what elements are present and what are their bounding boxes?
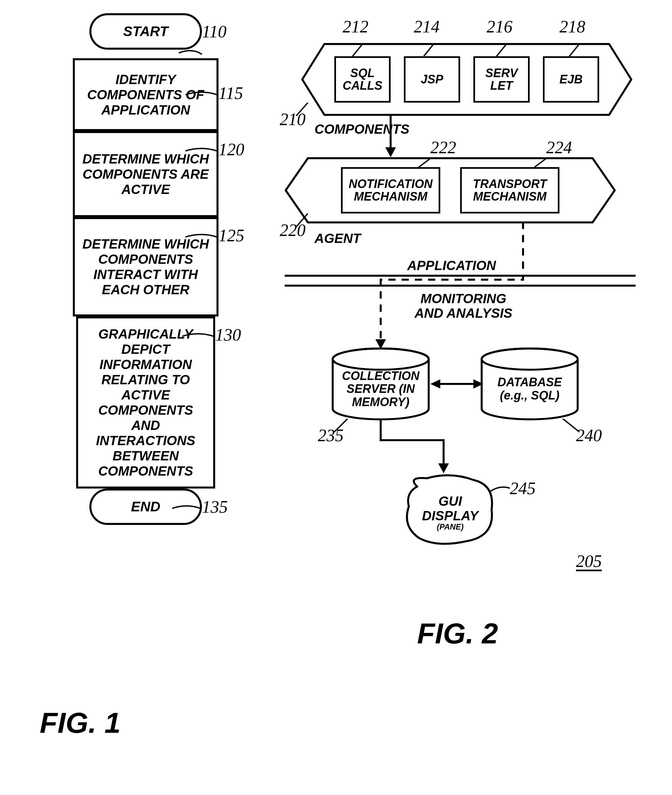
sql-calls-box: SQL CALLS — [334, 56, 390, 102]
svg-marker-21 — [474, 379, 483, 389]
lead-line-235 — [331, 419, 364, 435]
ref-205: 205 — [576, 553, 602, 570]
step4-text: GRAPHICALLY DEPICT INFORMATION RELATING … — [84, 326, 207, 478]
end-label: END — [131, 500, 160, 513]
figure-1-flowchart: START 110 IDENTIFY COMPONENTS OF APPLICA… — [33, 13, 258, 525]
svg-marker-7 — [385, 147, 396, 157]
jsp-box: JSP — [404, 56, 460, 102]
arrow-components-to-agent — [381, 116, 400, 159]
servlet-label: SERV LET — [478, 67, 525, 92]
ejb-label: EJB — [560, 73, 582, 86]
lead-line-120 — [186, 144, 225, 158]
lead-line-135 — [172, 502, 212, 515]
ref-218: 218 — [560, 18, 585, 35]
figure-1-caption: FIG. 1 — [40, 708, 121, 737]
components-band: SQL CALLS JSP SERV LET EJB — [301, 43, 632, 116]
lead-line-115 — [186, 88, 225, 101]
svg-line-5 — [296, 102, 308, 116]
ref-214: 214 — [414, 18, 440, 35]
ref-216: 216 — [486, 18, 512, 35]
agent-band: NOTIFICATION MECHANISM TRANSPORT MECHANI… — [285, 157, 616, 223]
gui-display-label: GUI DISPLAY — [411, 494, 490, 523]
lead-line-125 — [186, 230, 225, 243]
svg-marker-20 — [430, 379, 440, 389]
gui-display-sub: (PANE) — [437, 523, 464, 531]
step3-text: DETERMINE WHICH COMPONENTS INTERACT WITH… — [81, 236, 211, 297]
ref-212: 212 — [342, 18, 368, 35]
gui-display-blob: GUI DISPLAY (PANE) — [404, 473, 496, 546]
arrow-collection-to-gui — [378, 420, 510, 480]
figure-2-block-diagram: 212 214 216 218 SQL CALLS JSP SERV LET E… — [285, 37, 649, 112]
ref-222: 222 — [430, 139, 456, 156]
ejb-box: EJB — [543, 56, 599, 102]
step-determine-active: DETERMINE WHICH COMPONENTS ARE ACTIVE — [73, 131, 219, 217]
ref-224: 224 — [546, 139, 572, 156]
lead-line-245 — [490, 483, 517, 496]
arrow-collection-database — [430, 374, 483, 394]
lead-line-240 — [556, 419, 589, 435]
svg-line-18 — [563, 419, 579, 432]
figure-2-caption: FIG. 2 — [417, 619, 498, 648]
notification-mechanism-box: NOTIFICATION MECHANISM — [341, 167, 440, 213]
database-label: DATABASE (e.g., SQL) — [483, 376, 576, 402]
transport-mechanism-box: TRANSPORT MECHANISM — [460, 167, 560, 213]
start-terminator: START — [90, 13, 202, 50]
patent-figure-page: START 110 IDENTIFY COMPONENTS OF APPLICA… — [0, 0, 672, 795]
servlet-box: SERV LET — [474, 56, 530, 102]
transport-label: TRANSPORT MECHANISM — [465, 178, 555, 203]
lead-line-210 — [291, 102, 318, 122]
database-cylinder: DATABASE (e.g., SQL) — [480, 347, 579, 420]
jsp-label: JSP — [421, 73, 443, 86]
sql-calls-label: SQL CALLS — [339, 67, 386, 92]
notification-label: NOTIFICATION MECHANISM — [346, 178, 435, 203]
lead-line-130 — [182, 330, 222, 343]
svg-line-15 — [334, 419, 347, 432]
collection-server-cylinder: COLLECTION SERVER (IN MEMORY) — [331, 347, 430, 420]
ref-110: 110 — [202, 23, 226, 40]
step2-text: DETERMINE WHICH COMPONENTS ARE ACTIVE — [81, 151, 211, 197]
svg-marker-22 — [438, 463, 449, 473]
lead-line-110 — [33, 45, 258, 58]
collection-server-label: COLLECTION SERVER (IN MEMORY) — [334, 370, 427, 409]
start-label: START — [123, 24, 168, 38]
